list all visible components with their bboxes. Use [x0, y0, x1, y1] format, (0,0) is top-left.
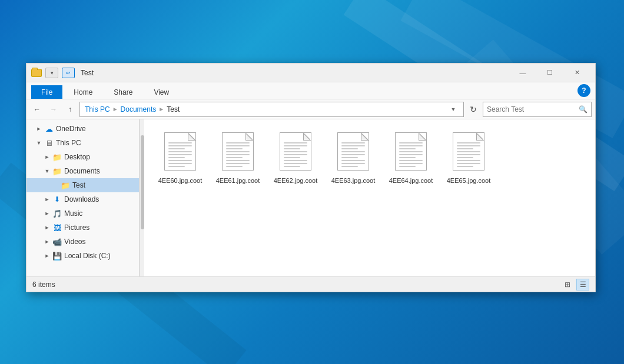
file-lines — [399, 142, 423, 167]
sidebar-item-videos[interactable]: ► 📹 Videos — [26, 235, 139, 249]
tab-share[interactable]: Share — [104, 85, 142, 99]
test-folder-icon: 📁 — [61, 181, 70, 190]
documents-folder-icon: 📁 — [52, 166, 62, 176]
desktop-folder-icon: 📁 — [52, 152, 62, 162]
sidebar-label-videos: Videos — [64, 238, 85, 246]
address-path[interactable]: This PC ► Documents ► Test ▼ — [79, 102, 464, 117]
file-icon — [451, 132, 486, 173]
ribbon: File Home Share View ? — [26, 82, 595, 99]
path-documents[interactable]: Documents — [121, 105, 157, 113]
sidebar-label-pictures: Pictures — [64, 223, 89, 232]
expand-arrow-pictures: ► — [44, 225, 50, 231]
file-name: 4EE61.jpg.coot — [216, 177, 260, 185]
refresh-button[interactable]: ↻ — [466, 102, 480, 116]
sidebar-item-onedrive[interactable]: ► ☁ OneDrive — [26, 122, 139, 136]
back-button[interactable]: ← — [30, 102, 44, 116]
pictures-icon: 🖼 — [52, 223, 62, 232]
file-name: 4EE64.jpg.coot — [389, 177, 433, 185]
sidebar-item-test[interactable]: 📁 Test — [26, 178, 139, 192]
view-controls: ⊞ ☰ — [561, 279, 589, 290]
file-area: 4EE60.jpg.coot 4EE61.jpg.coot 4EE62.jpg.… — [144, 119, 595, 276]
grid-view-button[interactable]: ⊞ — [561, 279, 574, 290]
sidebar-label-music: Music — [64, 209, 82, 218]
search-input[interactable] — [487, 105, 576, 113]
sidebar: ► ☁ OneDrive ▼ 🖥 This PC ► 📁 Desktop ▼ 📁… — [26, 119, 140, 276]
path-sep-1: ► — [112, 106, 118, 112]
up-button[interactable]: ↑ — [63, 102, 77, 116]
main-area: ► ☁ OneDrive ▼ 🖥 This PC ► 📁 Desktop ▼ 📁… — [26, 119, 595, 276]
sidebar-label-documents: Documents — [64, 167, 100, 175]
file-lines — [226, 142, 250, 167]
file-icon — [393, 132, 429, 173]
file-name: 4EE62.jpg.coot — [274, 177, 318, 185]
expand-arrow-onedrive: ► — [36, 126, 42, 132]
file-item[interactable]: 4EE60.jpg.coot — [154, 129, 207, 188]
search-box[interactable]: 🔍 — [483, 102, 592, 117]
file-name: 4EE65.jpg.coot — [447, 177, 491, 185]
sidebar-item-music[interactable]: ► 🎵 Music — [26, 206, 139, 221]
sidebar-item-desktop[interactable]: ► 📁 Desktop — [26, 150, 139, 164]
file-lines — [457, 142, 480, 167]
file-lines — [284, 142, 307, 167]
file-page — [453, 132, 484, 171]
sidebar-scrollbar[interactable] — [140, 119, 144, 276]
file-lines — [341, 142, 365, 167]
file-item[interactable]: 4EE62.jpg.coot — [269, 129, 322, 188]
videos-icon: 📹 — [52, 237, 62, 246]
quick-access-button-1[interactable]: ▾ — [45, 68, 58, 78]
tab-view[interactable]: View — [144, 85, 179, 99]
path-sep-2: ► — [158, 106, 164, 112]
expand-arrow-downloads: ► — [44, 196, 50, 202]
sidebar-item-local-disk[interactable]: ► 💾 Local Disk (C:) — [26, 249, 139, 263]
tab-file[interactable]: File — [31, 85, 62, 99]
file-icon — [162, 132, 198, 173]
expand-arrow-desktop: ► — [44, 154, 50, 160]
title-bar: ▾ ↩ Test — ☐ ✕ — [26, 64, 595, 82]
address-bar: ← → ↑ This PC ► Documents ► Test ▼ ↻ 🔍 — [26, 99, 595, 119]
path-this-pc[interactable]: This PC — [85, 105, 110, 113]
sidebar-label-downloads: Downloads — [64, 195, 99, 203]
forward-button[interactable]: → — [47, 102, 61, 116]
sidebar-label-this-pc: This PC — [56, 139, 81, 147]
sidebar-item-pictures[interactable]: ► 🖼 Pictures — [26, 221, 139, 235]
window-title: Test — [78, 69, 506, 77]
tab-home[interactable]: Home — [64, 85, 102, 99]
minimize-button[interactable]: — — [509, 64, 536, 82]
file-item[interactable]: 4EE64.jpg.coot — [384, 129, 437, 188]
sidebar-item-this-pc[interactable]: ▼ 🖥 This PC — [26, 136, 139, 150]
sidebar-label-desktop: Desktop — [64, 153, 90, 161]
list-view-button[interactable]: ☰ — [576, 279, 589, 290]
ribbon-tabs: File Home Share View ? — [26, 82, 595, 99]
help-button[interactable]: ? — [577, 84, 590, 97]
path-dropdown[interactable]: ▼ — [448, 102, 459, 116]
explorer-window: ▾ ↩ Test — ☐ ✕ File Home Share View ? ← … — [26, 63, 596, 292]
maximize-button[interactable]: ☐ — [536, 64, 563, 82]
expand-arrow-this-pc: ▼ — [36, 140, 42, 146]
path-test[interactable]: Test — [167, 105, 180, 113]
file-icon — [220, 132, 255, 173]
file-page — [280, 132, 311, 171]
title-folder-icon — [31, 69, 42, 77]
file-page — [222, 132, 254, 171]
quick-access-button-2[interactable]: ↩ — [62, 68, 75, 78]
sidebar-label-local-disk: Local Disk (C:) — [64, 252, 111, 260]
file-item[interactable]: 4EE61.jpg.coot — [211, 129, 264, 188]
file-item[interactable]: 4EE63.jpg.coot — [327, 129, 380, 188]
close-button[interactable]: ✕ — [563, 64, 590, 82]
file-lines — [168, 142, 192, 167]
sidebar-label-test: Test — [72, 181, 85, 189]
sidebar-item-downloads[interactable]: ► ⬇ Downloads — [26, 192, 139, 206]
item-count: 6 items — [32, 280, 55, 289]
this-pc-icon: 🖥 — [44, 138, 54, 148]
file-page — [395, 132, 427, 171]
file-icon — [278, 132, 313, 173]
search-icon[interactable]: 🔍 — [579, 105, 588, 113]
onedrive-icon: ☁ — [44, 124, 54, 133]
expand-arrow-music: ► — [44, 211, 50, 216]
expand-arrow-videos: ► — [44, 239, 50, 245]
sidebar-item-documents[interactable]: ▼ 📁 Documents — [26, 164, 139, 178]
downloads-icon: ⬇ — [52, 195, 62, 204]
status-bar: 6 items ⊞ ☰ — [26, 276, 595, 292]
file-item[interactable]: 4EE65.jpg.coot — [442, 129, 495, 188]
music-icon: 🎵 — [52, 209, 62, 218]
